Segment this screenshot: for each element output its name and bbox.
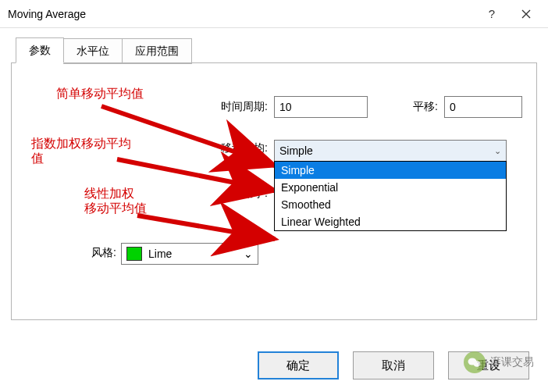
label-shift: 平移:	[402, 100, 438, 114]
period-input[interactable]	[274, 96, 368, 118]
chevron-down-icon: ⌄	[244, 248, 253, 260]
color-combo[interactable]: Lime ⌄	[121, 243, 258, 265]
method-dropdown[interactable]: Simple Exponential Smoothed Linear Weigh…	[274, 161, 507, 231]
help-button[interactable]: ?	[475, 2, 509, 26]
tab-levels[interactable]: 水平位	[63, 38, 123, 64]
wechat-icon	[464, 351, 486, 373]
label-period: 时间周期:	[205, 100, 268, 114]
label-style: 风格:	[80, 246, 116, 260]
shift-input[interactable]	[444, 96, 522, 118]
params-panel: 时间周期: 平移: 移动平均: Simple ⌄ 应用于: 风格: Lime ⌄…	[11, 62, 537, 320]
tab-strip: 参数 水平位 应用范围	[16, 37, 537, 63]
watermark-text: 湃课交易	[490, 355, 534, 369]
chevron-down-icon: ⌄	[494, 146, 501, 156]
method-combo-value: Simple	[279, 144, 313, 157]
ok-button[interactable]: 确定	[258, 351, 339, 380]
option-linear-weighted[interactable]: Linear Weighted	[275, 213, 506, 230]
window-title: Moving Average	[8, 8, 475, 20]
option-exponential[interactable]: Exponential	[275, 179, 506, 196]
client-area: 参数 水平位 应用范围 时间周期: 平移: 移动平均: Simple ⌄ 应用于…	[0, 28, 548, 320]
title-bar: Moving Average ?	[0, 0, 548, 28]
cancel-button[interactable]: 取消	[353, 351, 434, 380]
close-icon	[521, 9, 531, 19]
close-button[interactable]	[509, 2, 543, 26]
label-method: 移动平均:	[205, 141, 268, 155]
label-apply: 应用于:	[218, 187, 268, 201]
tab-params[interactable]: 参数	[16, 37, 64, 63]
method-combo[interactable]: Simple ⌄	[274, 140, 507, 162]
color-swatch	[126, 247, 142, 261]
watermark: 湃课交易	[464, 351, 534, 373]
option-simple[interactable]: Simple	[275, 162, 506, 179]
tab-scope[interactable]: 应用范围	[122, 38, 192, 64]
option-smoothed[interactable]: Smoothed	[275, 196, 506, 213]
color-name: Lime	[148, 248, 172, 260]
svg-point-4	[474, 361, 481, 367]
